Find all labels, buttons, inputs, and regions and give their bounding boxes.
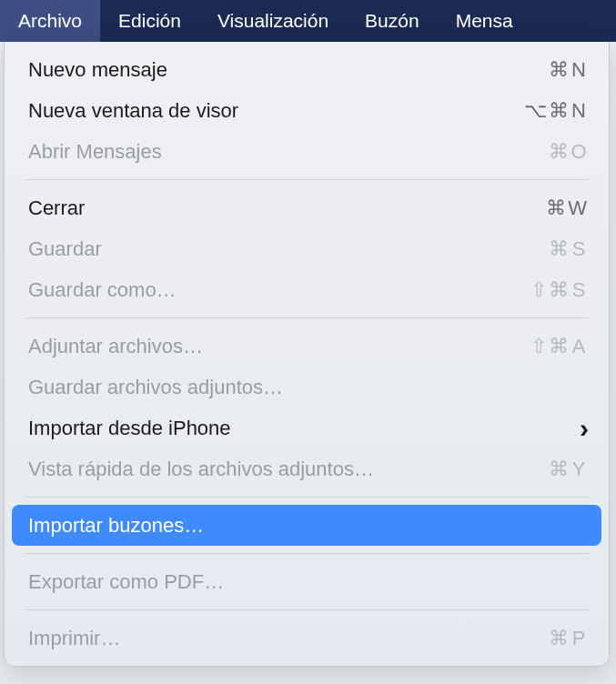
menu-item-importar-desde-iphone[interactable]: Importar desde iPhone› <box>5 407 609 448</box>
menu-item-shortcut: ⌘Y <box>549 454 589 484</box>
menu-item-label: Guardar archivos adjuntos… <box>28 372 589 402</box>
menu-item-label: Cerrar <box>28 193 546 223</box>
menu-item-adjuntar-archivos: Adjuntar archivos…⇧⌘A <box>5 326 609 367</box>
chevron-right-icon: › <box>580 415 589 442</box>
menu-separator <box>25 497 589 498</box>
menubar-item-label: Buzón <box>365 10 419 32</box>
menu-item-shortcut: ⌘O <box>549 136 589 166</box>
menubar-item-label: Archivo <box>18 10 82 32</box>
menubar: ArchivoEdiciónVisualizaciónBuzónMensa <box>0 0 616 42</box>
menubar-item-label: Visualización <box>217 10 328 32</box>
menu-item-label: Nueva ventana de visor <box>28 96 524 126</box>
menu-item-label: Vista rápida de los archivos adjuntos… <box>28 454 549 484</box>
menubar-item-label: Edición <box>118 10 181 32</box>
menu-separator <box>25 553 589 554</box>
menu-item-vista-rápida-de-los-archivos-adjuntos: Vista rápida de los archivos adjuntos…⌘Y <box>5 448 609 489</box>
menu-item-label: Guardar como… <box>28 275 530 305</box>
menu-item-importar-buzones[interactable]: Importar buzones… <box>12 505 601 546</box>
menu-item-label: Importar buzones… <box>28 510 589 540</box>
menu-item-label: Exportar como PDF… <box>28 567 589 597</box>
menubar-item-archivo[interactable]: Archivo <box>0 0 100 42</box>
menu-item-shortcut: ⌥⌘N <box>524 96 589 126</box>
menubar-item-label: Mensa <box>456 10 513 32</box>
menubar-item-mensa[interactable]: Mensa <box>438 0 531 42</box>
menu-item-exportar-como-pdf: Exportar como PDF… <box>5 561 609 602</box>
menu-item-label: Importar desde iPhone <box>28 413 580 443</box>
menubar-item-visualización[interactable]: Visualización <box>199 0 347 42</box>
menu-item-shortcut: ⌘S <box>549 234 589 264</box>
menu-item-abrir-mensajes: Abrir Mensajes⌘O <box>5 131 609 172</box>
menu-item-shortcut: ⌘P <box>549 623 589 653</box>
menu-item-label: Guardar <box>28 234 549 264</box>
menubar-item-edición[interactable]: Edición <box>100 0 199 42</box>
archivo-dropdown: Nuevo mensaje⌘NNueva ventana de visor⌥⌘N… <box>4 42 610 667</box>
menu-separator <box>25 609 589 610</box>
menu-item-label: Abrir Mensajes <box>28 136 549 166</box>
menu-item-shortcut: ⌘N <box>549 55 589 85</box>
menu-item-label: Nuevo mensaje <box>28 55 549 85</box>
menu-item-shortcut: ⇧⌘S <box>530 275 589 305</box>
menu-item-nuevo-mensaje[interactable]: Nuevo mensaje⌘N <box>5 49 609 90</box>
menu-item-nueva-ventana-de-visor[interactable]: Nueva ventana de visor⌥⌘N <box>5 90 609 131</box>
menu-item-cerrar[interactable]: Cerrar⌘W <box>5 187 609 228</box>
menu-item-shortcut: ⌘W <box>546 193 589 223</box>
menu-item-imprimir: Imprimir…⌘P <box>5 618 609 659</box>
menu-separator <box>25 317 589 318</box>
menu-item-label: Imprimir… <box>28 623 549 653</box>
menu-item-guardar-archivos-adjuntos: Guardar archivos adjuntos… <box>5 367 609 407</box>
menu-item-guardar-como: Guardar como…⇧⌘S <box>5 269 609 310</box>
menu-item-guardar: Guardar⌘S <box>5 228 609 269</box>
menu-item-label: Adjuntar archivos… <box>28 331 530 361</box>
menu-separator <box>25 179 589 180</box>
menu-item-shortcut: ⇧⌘A <box>530 331 589 361</box>
menubar-item-buzón[interactable]: Buzón <box>347 0 438 42</box>
